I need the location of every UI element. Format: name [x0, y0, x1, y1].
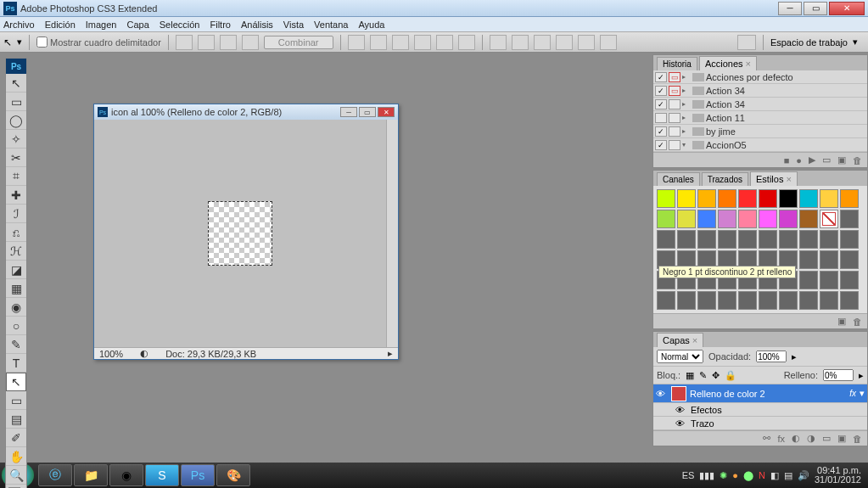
- action-row[interactable]: ✓▾AccionO5: [653, 138, 867, 152]
- new-layer-icon[interactable]: ▣: [837, 433, 846, 444]
- tray-icon-2[interactable]: ●: [732, 470, 738, 480]
- style-swatch[interactable]: [718, 210, 736, 228]
- style-swatch[interactable]: [799, 291, 818, 310]
- opacity-input[interactable]: [756, 351, 787, 362]
- action-check[interactable]: ✓: [655, 126, 667, 137]
- style-swatch[interactable]: [697, 189, 716, 208]
- combine-button[interactable]: Combinar: [264, 36, 333, 49]
- dist-3[interactable]: [534, 35, 551, 50]
- tool-preset-dropdown[interactable]: ▾: [17, 36, 22, 48]
- taskbar-skype[interactable]: S: [145, 464, 179, 486]
- style-swatch[interactable]: [840, 271, 859, 289]
- workspace-icon[interactable]: [737, 35, 756, 50]
- tab-historia[interactable]: Historia: [657, 57, 697, 70]
- path-select-tool[interactable]: ↖: [6, 373, 26, 391]
- taskbar-chrome[interactable]: ◉: [109, 464, 143, 486]
- style-swatch[interactable]: [840, 250, 859, 269]
- fill-slider-icon[interactable]: ▸: [859, 370, 864, 381]
- menu-ventana[interactable]: Ventana: [314, 20, 348, 30]
- lock-all-icon[interactable]: 🔒: [725, 370, 736, 381]
- style-swatch[interactable]: [718, 230, 736, 249]
- style-swatch[interactable]: [820, 250, 838, 269]
- volume-icon[interactable]: 🔊: [798, 470, 809, 481]
- align-right[interactable]: [458, 35, 475, 50]
- align-btn-2[interactable]: [198, 35, 215, 50]
- eraser-tool[interactable]: ◪: [6, 261, 26, 279]
- align-top[interactable]: [348, 35, 365, 50]
- taskbar-photoshop[interactable]: Ps: [181, 464, 215, 486]
- style-swatch[interactable]: [820, 189, 838, 208]
- doc-close-button[interactable]: ✕: [378, 107, 395, 117]
- pen-tool[interactable]: ✎: [6, 335, 26, 354]
- action-row[interactable]: ✓▸Action 34: [653, 98, 867, 111]
- dist-1[interactable]: [490, 35, 507, 50]
- fold-icon[interactable]: ▸: [682, 100, 691, 108]
- show-bbox-checkbox[interactable]: Mostrar cuadro delimitador: [36, 36, 161, 48]
- action-row[interactable]: ✓▭▸Acciones por defecto: [653, 70, 867, 84]
- trash-icon[interactable]: 🗑: [853, 155, 862, 165]
- taskbar-explorer[interactable]: 📁: [74, 464, 108, 486]
- tab-canales[interactable]: Canales: [657, 172, 700, 186]
- style-swatch[interactable]: [718, 291, 736, 310]
- action-check[interactable]: ✓: [655, 140, 667, 150]
- align-bottom[interactable]: [392, 35, 409, 50]
- layer-stroke-row[interactable]: 👁 Trazo: [653, 417, 867, 430]
- menu-analisis[interactable]: Análisis: [241, 20, 273, 30]
- style-swatch[interactable]: [820, 210, 838, 228]
- hand-tool[interactable]: ✋: [6, 447, 26, 466]
- doc-status-dropdown-icon[interactable]: ▸: [388, 348, 393, 359]
- menu-archivo[interactable]: Archivo: [3, 20, 35, 30]
- style-swatch[interactable]: [799, 230, 818, 249]
- layer-name[interactable]: Relleno de color 2: [690, 389, 765, 399]
- marquee-tool[interactable]: ▭: [6, 93, 26, 111]
- link-icon[interactable]: ⚯: [763, 433, 770, 444]
- document-titlebar[interactable]: Ps icon al 100% (Relleno de color 2, RGB…: [94, 104, 398, 120]
- align-hcenter[interactable]: [436, 35, 453, 50]
- workspace-label[interactable]: Espacio de trabajo: [770, 37, 848, 48]
- align-btn-4[interactable]: [242, 35, 259, 50]
- style-swatch[interactable]: [718, 189, 736, 208]
- tray-icon-6[interactable]: ▤: [784, 470, 792, 481]
- close-tab-icon[interactable]: ×: [692, 335, 697, 345]
- style-swatch[interactable]: [759, 189, 777, 208]
- group-icon[interactable]: ▭: [822, 433, 831, 444]
- style-swatch[interactable]: [840, 189, 859, 208]
- action-row[interactable]: ✓▭▸Action 34: [653, 84, 867, 98]
- close-button[interactable]: ✕: [829, 2, 865, 15]
- style-swatch[interactable]: [779, 210, 798, 228]
- style-swatch[interactable]: [657, 189, 675, 208]
- clock[interactable]: 09:41 p.m. 31/01/2012: [815, 466, 861, 485]
- tools-header-icon[interactable]: Ps: [6, 59, 26, 74]
- wifi-icon[interactable]: ▮▮▮: [699, 470, 714, 481]
- tray-icon-4[interactable]: N: [759, 470, 765, 480]
- blend-mode-select[interactable]: Normal: [657, 350, 703, 363]
- style-swatch[interactable]: [759, 230, 777, 249]
- style-swatch[interactable]: [677, 189, 696, 208]
- align-btn-1[interactable]: [176, 35, 193, 50]
- style-swatch[interactable]: [799, 271, 818, 289]
- menu-imagen[interactable]: Imagen: [86, 20, 117, 30]
- taskbar-paint[interactable]: 🎨: [216, 464, 250, 486]
- brush-tool[interactable]: ℐ: [6, 205, 26, 223]
- action-check[interactable]: ✓: [655, 86, 667, 96]
- move-tool-icon[interactable]: ↖: [3, 36, 12, 48]
- tray-icon-5[interactable]: ◧: [770, 470, 779, 481]
- notes-tool[interactable]: ▤: [6, 410, 26, 429]
- style-swatch[interactable]: [820, 230, 838, 249]
- new-style-icon[interactable]: ▣: [837, 316, 846, 327]
- fx-dropdown-icon[interactable]: ▾: [860, 388, 865, 399]
- color-swatches[interactable]: [6, 485, 26, 488]
- style-swatch[interactable]: [779, 189, 798, 208]
- stop-icon[interactable]: ■: [784, 155, 790, 165]
- style-swatch[interactable]: [840, 210, 859, 228]
- style-swatch[interactable]: [779, 291, 798, 310]
- tab-trazados[interactable]: Trazados: [702, 172, 748, 186]
- move-tool[interactable]: ↖: [6, 74, 26, 93]
- dist-2[interactable]: [512, 35, 529, 50]
- align-btn-3[interactable]: [220, 35, 237, 50]
- shape-tool[interactable]: ▭: [6, 391, 26, 410]
- lock-paint-icon[interactable]: ✎: [699, 370, 707, 381]
- opacity-slider-icon[interactable]: ▸: [792, 351, 797, 362]
- adjustment-icon[interactable]: ◑: [807, 433, 815, 444]
- new-set-icon[interactable]: ▭: [822, 154, 831, 165]
